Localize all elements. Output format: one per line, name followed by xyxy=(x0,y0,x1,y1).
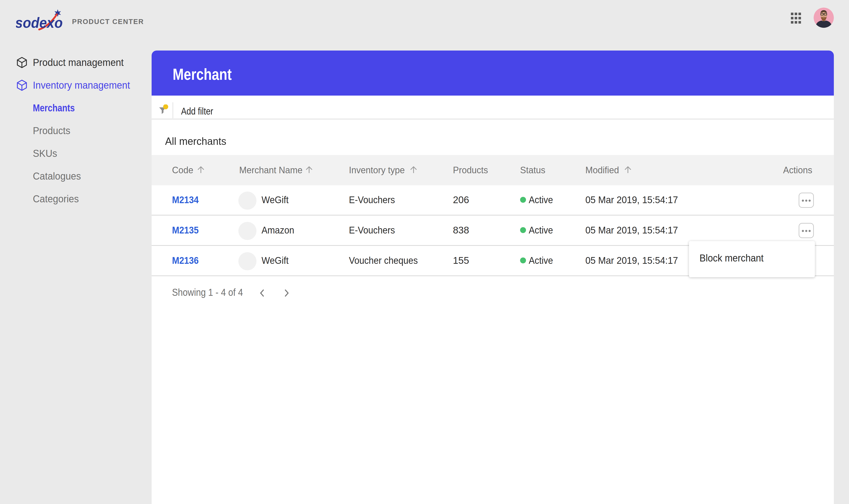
svg-text:sodexo: sodexo xyxy=(16,15,63,31)
